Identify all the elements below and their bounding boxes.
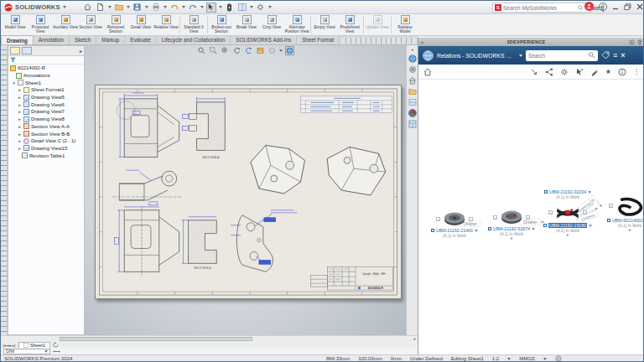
node-caret-icon[interactable] <box>588 191 591 194</box>
ribbon-button-crop-view[interactable]: Crop View <box>259 14 284 35</box>
property-manager-tab-icon[interactable] <box>22 47 32 54</box>
horizontal-scrollbar[interactable]: ▸ <box>1 335 418 342</box>
node-caret-icon[interactable] <box>589 225 592 227</box>
expand-handle-icon[interactable]: + <box>469 217 473 221</box>
node-caret-icon[interactable] <box>532 228 535 230</box>
ribbon-button-model-view[interactable]: Model View <box>3 14 28 35</box>
relation-node[interactable]: + + UBM-21192-21400 (A.1) In Work <box>428 210 480 238</box>
home-tab-icon[interactable] <box>408 76 417 85</box>
tree-item-sheet-format1[interactable]: ▸Sheet Format1 <box>8 86 84 94</box>
ribbon-button-auxiliary-view[interactable]: Auxiliary View <box>53 14 78 35</box>
ribbon-button-broken-out-section[interactable]: Broken-out Section <box>209 14 234 35</box>
print-caret-icon[interactable] <box>164 6 167 8</box>
drawing-view5[interactable] <box>117 93 179 157</box>
redo-button[interactable] <box>188 3 198 13</box>
expander-icon[interactable]: ▸ <box>18 146 22 151</box>
select-cursor-icon[interactable] <box>575 68 584 76</box>
options-caret-icon[interactable] <box>268 6 272 8</box>
help-button[interactable]: ? <box>599 3 607 11</box>
tab-evaluate[interactable]: Evaluate <box>125 35 157 44</box>
expander-icon[interactable]: ▸ <box>18 138 22 143</box>
relation-node[interactable]: + + UBM-60214002-R (A.1) In Work ▾ <box>600 197 644 231</box>
file-explorer-tab-icon[interactable] <box>408 87 417 96</box>
tree-item-sheet1[interactable]: ▾Sheet1 <box>8 79 84 86</box>
expand-handle-icon[interactable]: + <box>526 215 530 220</box>
revision-table[interactable] <box>301 96 392 113</box>
edit-pencil-icon[interactable] <box>590 68 599 76</box>
3dexperience-panel-header[interactable]: » 3DEXPERIENCE <box>418 38 644 46</box>
widget-title[interactable]: Relations - SOLIDWORKS Relatio... <box>437 53 516 59</box>
tree-item-detail-view-c[interactable]: ▸Detail View C (2 : 1) <box>8 137 84 145</box>
tree-item-revision-table1[interactable]: Revision Table1 <box>8 152 84 159</box>
expand-below-icon[interactable]: ▾ <box>567 234 569 236</box>
drawing-view7[interactable] <box>112 170 182 205</box>
scrollbar-thumb[interactable] <box>60 337 252 341</box>
tree-item-annotations[interactable]: Annotations <box>8 72 84 80</box>
ribbon-button-relative-view[interactable]: Relative View <box>153 14 179 35</box>
collapse-pane-icon[interactable]: ◂ <box>411 47 413 52</box>
tab-lifecycle-and-collaboration[interactable]: Lifecycle and Collaboration <box>157 35 231 44</box>
menu-icon[interactable]: ≡ <box>613 52 617 59</box>
part-thumbnail[interactable]: + + <box>554 204 581 222</box>
ribbon-button-projected-view[interactable]: Projected View <box>28 14 53 35</box>
expand-handle-icon[interactable]: + <box>609 204 613 208</box>
ribbon-button-break-view[interactable]: Break View <box>234 14 259 35</box>
relation-node[interactable]: UBM-21192-02204 (A.1) In Work <box>542 189 594 199</box>
logo-menu-caret-icon[interactable] <box>63 6 66 8</box>
tree-item-section-view-bb[interactable]: ▸Section View B-B <box>8 130 84 137</box>
undo-button[interactable] <box>169 3 179 13</box>
tab-markup[interactable]: Markup <box>96 35 125 44</box>
search-input[interactable] <box>503 5 576 11</box>
favorite-star-icon[interactable]: ★ <box>605 69 611 75</box>
redraw-icon[interactable] <box>244 46 253 55</box>
open-document-button[interactable] <box>114 3 124 13</box>
settings-gear-icon[interactable] <box>560 68 569 76</box>
select-caret-icon[interactable] <box>219 6 222 8</box>
scale-caret-icon[interactable] <box>507 358 511 360</box>
expand-below-icon[interactable]: ▾ <box>629 229 631 231</box>
new-caret-icon[interactable] <box>108 6 112 8</box>
hud-caret-icon[interactable] <box>279 49 283 52</box>
zoom-to-area-icon[interactable] <box>209 46 218 55</box>
search-icon[interactable] <box>589 52 595 59</box>
user-account-icon[interactable] <box>584 2 594 11</box>
units-caret-icon[interactable] <box>543 358 547 360</box>
3d-drawing-view-icon[interactable] <box>285 46 294 55</box>
open-caret-icon[interactable] <box>127 6 130 8</box>
node-caret-icon[interactable] <box>475 230 478 232</box>
dimension-style-select[interactable]: DIM <box>3 349 50 354</box>
part-thumbnail[interactable]: + + <box>615 197 644 217</box>
close-button[interactable] <box>636 3 643 10</box>
tree-item-drawing-view5[interactable]: ▸Drawing View5 <box>8 94 84 101</box>
print-button[interactable] <box>151 3 161 13</box>
filter-funnel-icon[interactable] <box>10 57 16 63</box>
relations-search-input[interactable] <box>528 53 587 59</box>
explore-graph-icon[interactable] <box>545 68 553 76</box>
annotated-view[interactable] <box>231 210 297 272</box>
mysolidworks-search[interactable]: S <box>492 3 591 13</box>
tree-item-section-view-aa[interactable]: ▸Section View A-A <box>8 123 84 131</box>
node-id[interactable]: UBM-21192-19180 <box>548 223 587 228</box>
node-id[interactable]: UBM-21192-52674 <box>493 226 530 231</box>
globe-status-icon[interactable] <box>555 355 562 362</box>
design-library-tab-icon[interactable] <box>408 65 417 74</box>
sheet-color-icon[interactable] <box>256 46 265 55</box>
feature-manager-tab-icon[interactable] <box>10 47 20 54</box>
scroll-right-icon[interactable]: ▸ <box>413 336 416 341</box>
expander-icon[interactable]: ▸ <box>18 116 22 122</box>
rotate-view-icon[interactable] <box>232 46 242 55</box>
drawing-sheet[interactable]: SECTION A-A <box>95 85 402 299</box>
save-button[interactable] <box>132 3 143 13</box>
expand-handle-icon[interactable]: + <box>583 210 587 215</box>
unit-system[interactable]: MMGS <box>519 356 535 361</box>
compass-icon[interactable] <box>423 50 434 61</box>
ribbon-button-removed-section[interactable]: Removed Section <box>103 14 128 35</box>
tab-sketch[interactable]: Sketch <box>70 35 96 44</box>
search-icon[interactable] <box>578 5 584 11</box>
add-sheet-icon[interactable] <box>50 342 61 348</box>
refresh-panel-icon[interactable] <box>629 39 635 45</box>
ribbon-button-section-view[interactable]: Section View <box>78 14 103 35</box>
viewport-caret-icon[interactable] <box>250 6 253 8</box>
relations-search[interactable] <box>526 50 598 61</box>
ribbon-button-replace-model[interactable]: Replace Model <box>392 14 418 35</box>
